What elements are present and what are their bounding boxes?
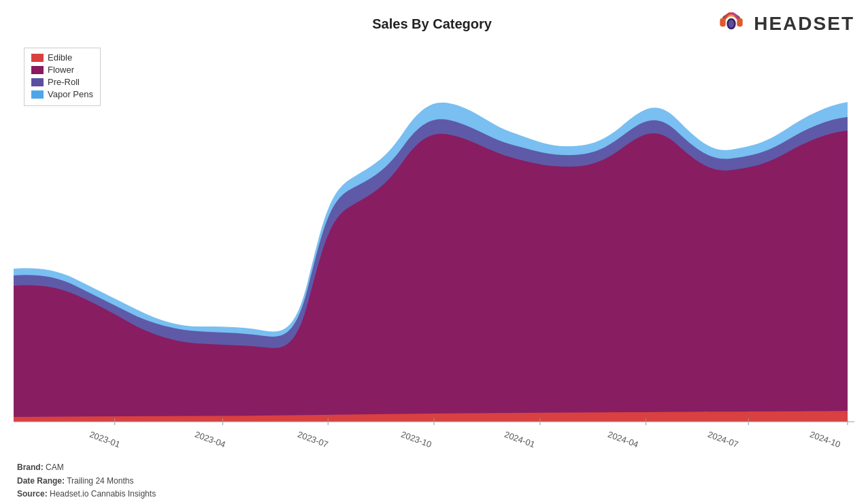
legend-color-vapor-pens — [31, 90, 44, 99]
legend-color-preroll — [31, 78, 44, 86]
x-axis-labels: 2023-01 2023-04 2023-07 2023-10 2024-01 … — [14, 429, 854, 465]
legend-item-vapor-pens: Vapor Pens — [31, 89, 93, 99]
legend-label-vapor-pens: Vapor Pens — [48, 89, 93, 99]
legend-color-flower — [31, 66, 44, 74]
brand-label: Brand: — [17, 463, 44, 472]
headset-logo-icon — [714, 7, 748, 41]
footer-source: Source: Headset.io Cannabis Insights — [17, 488, 156, 501]
header: Sales By Category HEADSET — [0, 0, 868, 44]
legend-color-edible — [31, 54, 44, 62]
logo-area: HEADSET — [714, 7, 854, 41]
legend-item-edible: Edible — [31, 52, 93, 63]
legend-item-flower: Flower — [31, 65, 93, 75]
chart-wrapper: Edible Flower Pre-Roll Vapor Pens — [0, 44, 868, 465]
svg-point-4 — [729, 20, 734, 28]
legend-item-preroll: Pre-Roll — [31, 77, 93, 87]
footer-brand: Brand: CAM — [17, 461, 156, 474]
x-label-1: 2023-01 — [88, 429, 122, 450]
page-container: Sales By Category HEADSET — [0, 0, 868, 504]
x-label-3: 2023-07 — [297, 429, 330, 450]
x-label-5: 2024-01 — [503, 429, 537, 450]
page-title: Sales By Category — [150, 16, 714, 32]
legend-label-preroll: Pre-Roll — [48, 77, 80, 87]
x-label-2: 2023-04 — [194, 429, 227, 450]
source-label: Source: — [17, 489, 48, 499]
legend-label-edible: Edible — [48, 52, 72, 63]
chart-legend: Edible Flower Pre-Roll Vapor Pens — [24, 48, 101, 106]
x-label-7: 2024-07 — [707, 429, 740, 450]
x-axis-svg: 2023-01 2023-04 2023-07 2023-10 2024-01 … — [24, 429, 844, 463]
source-value: Headset.io Cannabis Insights — [50, 489, 156, 499]
footer-info: Brand: CAM Date Range: Trailing 24 Month… — [17, 461, 156, 501]
footer-date-range: Date Range: Trailing 24 Months — [17, 475, 156, 488]
brand-value: CAM — [46, 463, 64, 472]
chart-svg — [14, 44, 854, 432]
x-label-8: 2024-10 — [809, 429, 842, 450]
x-label-6: 2024-04 — [607, 429, 640, 450]
chart-area — [14, 44, 854, 439]
date-range-label: Date Range: — [17, 476, 65, 486]
logo-text: HEADSET — [754, 13, 854, 35]
legend-label-flower: Flower — [48, 65, 74, 75]
date-range-value: Trailing 24 Months — [67, 476, 133, 486]
x-label-4: 2023-10 — [400, 429, 433, 450]
